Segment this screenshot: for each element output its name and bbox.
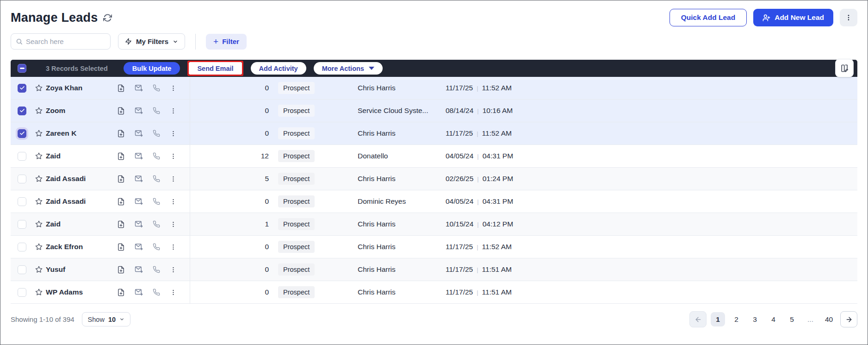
- add-note-icon[interactable]: [117, 84, 125, 92]
- send-email-icon[interactable]: [135, 129, 143, 138]
- star-icon[interactable]: [32, 130, 46, 137]
- add-note-icon[interactable]: [117, 107, 125, 115]
- call-icon[interactable]: [153, 175, 160, 182]
- add-note-icon[interactable]: [117, 130, 125, 138]
- add-note-icon[interactable]: [117, 152, 125, 160]
- star-icon[interactable]: [32, 84, 46, 92]
- send-email-icon[interactable]: [135, 288, 143, 296]
- refresh-icon[interactable]: [103, 13, 112, 22]
- add-note-icon[interactable]: [117, 175, 125, 183]
- row-menu-icon[interactable]: [170, 289, 177, 296]
- row-menu-icon[interactable]: [170, 221, 177, 228]
- send-email-icon[interactable]: [135, 107, 143, 115]
- page-button[interactable]: 2: [729, 312, 744, 326]
- row-checkbox[interactable]: [18, 129, 26, 138]
- my-filters-dropdown[interactable]: My Filters: [118, 33, 185, 50]
- page-button[interactable]: 4: [766, 312, 781, 326]
- send-email-icon[interactable]: [135, 220, 143, 228]
- page-button[interactable]: 40: [822, 312, 836, 326]
- row-menu-icon[interactable]: [170, 266, 177, 273]
- star-icon[interactable]: [32, 107, 46, 114]
- bulk-update-button[interactable]: Bulk Update: [124, 62, 180, 75]
- row-checkbox[interactable]: [18, 288, 26, 297]
- send-email-icon[interactable]: [135, 84, 143, 92]
- row-checkbox[interactable]: [18, 243, 26, 251]
- edit-columns-button[interactable]: [835, 59, 854, 77]
- lead-name[interactable]: Zareen K: [46, 129, 112, 138]
- status-badge: Prospect: [278, 150, 315, 162]
- row-menu-icon[interactable]: [170, 198, 177, 205]
- row-checkbox[interactable]: [18, 220, 26, 229]
- row-menu-icon[interactable]: [170, 176, 177, 182]
- add-new-lead-button[interactable]: Add New Lead: [753, 9, 833, 26]
- more-actions-dropdown[interactable]: More Actions: [314, 62, 383, 75]
- lead-datetime: 11/17/25|11:51 AM: [446, 265, 857, 274]
- row-menu-icon[interactable]: [170, 244, 177, 251]
- star-icon[interactable]: [32, 198, 46, 205]
- time-value: 10:16 AM: [483, 107, 513, 115]
- chevron-down-icon: [173, 39, 178, 44]
- add-note-icon[interactable]: [117, 289, 125, 296]
- row-checkbox[interactable]: [18, 197, 26, 206]
- page-size-dropdown[interactable]: Show 10: [82, 312, 130, 326]
- add-note-icon[interactable]: [117, 198, 125, 206]
- row-menu-icon[interactable]: [170, 85, 177, 92]
- row-menu-icon[interactable]: [170, 130, 177, 137]
- activity-count: 12: [190, 152, 269, 160]
- row-menu-icon[interactable]: [170, 153, 177, 160]
- search-box[interactable]: [11, 33, 111, 50]
- call-icon[interactable]: [153, 84, 160, 92]
- page-button[interactable]: 3: [748, 312, 762, 326]
- call-icon[interactable]: [153, 130, 160, 137]
- row-checkbox[interactable]: [18, 265, 26, 274]
- star-icon[interactable]: [32, 220, 46, 228]
- lead-name[interactable]: Zaid Assadi: [46, 197, 112, 206]
- lead-name[interactable]: Zack Efron: [46, 243, 112, 251]
- send-email-icon[interactable]: [135, 265, 143, 274]
- add-note-icon[interactable]: [117, 243, 125, 251]
- lead-name[interactable]: Zoom: [46, 107, 112, 115]
- lead-name[interactable]: Yusuf: [46, 265, 112, 274]
- page-button[interactable]: 5: [785, 312, 799, 326]
- add-filter-button[interactable]: + Filter: [206, 34, 247, 50]
- quick-add-lead-button[interactable]: Quick Add Lead: [670, 9, 747, 26]
- header-menu-button[interactable]: [840, 9, 857, 26]
- star-icon[interactable]: [32, 175, 46, 182]
- lead-name[interactable]: Zaid Assadi: [46, 175, 112, 183]
- star-icon[interactable]: [32, 152, 46, 160]
- star-icon[interactable]: [32, 243, 46, 251]
- send-email-icon[interactable]: [135, 152, 143, 160]
- prev-page-button[interactable]: [689, 311, 707, 327]
- row-menu-icon[interactable]: [170, 107, 177, 114]
- row-checkbox[interactable]: [18, 107, 26, 115]
- next-page-button[interactable]: [840, 311, 857, 327]
- time-value: 04:31 PM: [483, 197, 513, 206]
- search-input[interactable]: [26, 38, 105, 45]
- page-button-active[interactable]: 1: [711, 312, 725, 326]
- star-icon[interactable]: [32, 266, 46, 273]
- call-icon[interactable]: [153, 107, 160, 114]
- call-icon[interactable]: [153, 289, 160, 296]
- send-email-icon[interactable]: [135, 175, 143, 183]
- lead-datetime: 08/14/24|10:16 AM: [446, 107, 857, 115]
- send-email-button[interactable]: Send Email: [189, 62, 242, 75]
- call-icon[interactable]: [153, 243, 160, 251]
- lead-name[interactable]: Zoya Khan: [46, 84, 112, 92]
- add-activity-button[interactable]: Add Activity: [251, 62, 306, 75]
- call-icon[interactable]: [153, 198, 160, 205]
- row-checkbox[interactable]: [18, 175, 26, 183]
- call-icon[interactable]: [153, 220, 160, 228]
- select-all-checkbox[interactable]: [18, 64, 26, 73]
- star-icon[interactable]: [32, 289, 46, 296]
- add-note-icon[interactable]: [117, 220, 125, 228]
- lead-name[interactable]: Zaid: [46, 220, 112, 228]
- send-email-icon[interactable]: [135, 197, 143, 206]
- lead-name[interactable]: Zaid: [46, 152, 112, 160]
- row-checkbox[interactable]: [18, 152, 26, 161]
- call-icon[interactable]: [153, 152, 160, 160]
- send-email-icon[interactable]: [135, 243, 143, 251]
- add-note-icon[interactable]: [117, 266, 125, 274]
- call-icon[interactable]: [153, 266, 160, 273]
- row-checkbox[interactable]: [18, 84, 26, 93]
- lead-name[interactable]: WP Adams: [46, 288, 112, 296]
